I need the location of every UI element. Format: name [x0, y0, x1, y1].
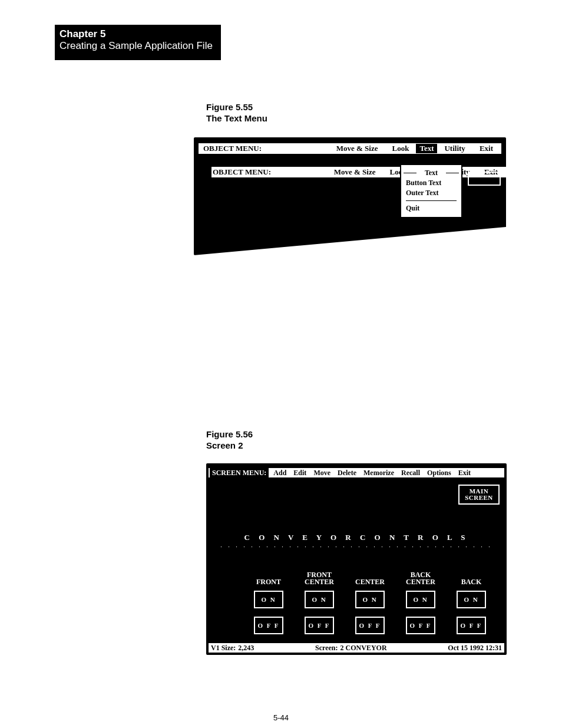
screen-menu-add[interactable]: Add [270, 469, 290, 477]
back-center-on-button[interactable]: O N [406, 591, 435, 608]
status-center-label: Screen: [315, 644, 340, 653]
column-center: CENTER O N O F F [350, 568, 390, 643]
conveyor-heading: C O N V E Y O R C O N T R O L S [206, 533, 507, 542]
status-left-value: 2,243 [238, 644, 254, 653]
figure56-number: Figure 5.56 [206, 429, 253, 440]
object-menu-label: OBJECT MENU: [200, 144, 265, 153]
front-center-on-button[interactable]: O N [305, 591, 334, 608]
screen-menu-delete[interactable]: Delete [334, 469, 360, 477]
front-center-off-button[interactable]: O F F [305, 617, 334, 634]
text-option-button-text[interactable]: Button Text [406, 178, 457, 188]
main-screen-button[interactable]: MAIN SCREEN [458, 485, 500, 505]
page-number: 5-44 [0, 713, 562, 722]
conveyor-columns: FRONT O N O F F FRONT CENTER O N O F F C… [249, 568, 491, 643]
figure56-caption: Figure 5.56 Screen 2 [206, 429, 253, 452]
back-center-off-button[interactable]: O F F [406, 617, 435, 634]
chapter-title: Creating a Sample Application File [59, 40, 216, 52]
figure55: OBJECT MENU: Move & Size Look Text Utili… [194, 137, 506, 261]
screen-menu-edit[interactable]: Edit [290, 469, 310, 477]
screen-menu-bar: SCREEN MENU: Add Edit Move Delete Memori… [209, 468, 504, 477]
chapter-number: Chapter 5 [59, 28, 216, 40]
column-back: BACK O N O F F [451, 568, 491, 643]
figure56: SCREEN MENU: Add Edit Move Delete Memori… [206, 463, 507, 655]
chapter-header: Chapter 5 Creating a Sample Application … [55, 25, 221, 60]
column-front-center-header: FRONT CENTER [305, 568, 334, 586]
main-screen-line2: SCREEN [465, 495, 493, 501]
object-menu-bar-1: OBJECT MENU: Move & Size Look Text Utili… [199, 143, 501, 154]
figure55-caption: Figure 5.55 The Text Menu [206, 102, 267, 124]
conveyor-heading-dots: · · · · · · · · · · · · · · · · · · · · … [206, 543, 507, 550]
status-center-value: 2 CONVEYOR [340, 644, 387, 653]
figure55-window: OBJECT MENU: Move & Size Look Text Utili… [194, 137, 506, 255]
column-back-center-header: BACK CENTER [406, 568, 435, 586]
menu-text[interactable]: Text [416, 144, 437, 153]
text-option-outer-text[interactable]: Outer Text [406, 188, 457, 198]
menu-utility[interactable]: Utility [437, 144, 472, 153]
screen-menu-memorize[interactable]: Memorize [360, 469, 398, 477]
menu-exit[interactable]: Exit [472, 144, 500, 153]
text-option-quit[interactable]: Quit [406, 203, 457, 213]
status-right: Oct 15 1992 12:31 [448, 644, 502, 653]
text-dropdown: Text Button Text Outer Text Quit [400, 164, 462, 218]
screen-menu-options[interactable]: Options [424, 469, 455, 477]
figure55-title: The Text Menu [206, 113, 267, 124]
side-empty-button[interactable] [468, 172, 501, 186]
front-on-button[interactable]: O N [254, 591, 283, 608]
screen-menu-recall[interactable]: Recall [398, 469, 424, 477]
menu-look[interactable]: Look [385, 144, 416, 153]
screen-menu-exit[interactable]: Exit [455, 469, 474, 477]
figure55-number: Figure 5.55 [206, 102, 267, 113]
center-off-button[interactable]: O F F [355, 617, 385, 634]
object-menu-label-2: OBJECT MENU: [213, 167, 271, 177]
screen-menu-label: SCREEN MENU: [210, 468, 269, 478]
back-off-button[interactable]: O F F [457, 617, 486, 634]
status-left-label: V1 Size: [211, 644, 238, 653]
column-center-header: CENTER [355, 568, 385, 586]
column-back-center: BACK CENTER O N O F F [401, 568, 441, 643]
text-dropdown-divider [406, 200, 457, 201]
screen-menu-move[interactable]: Move [310, 469, 334, 477]
text-dropdown-title: Text [406, 169, 457, 177]
back-on-button[interactable]: O N [457, 591, 486, 608]
figure56-title: Screen 2 [206, 440, 253, 452]
center-on-button[interactable]: O N [355, 591, 385, 608]
column-back-header: BACK [461, 568, 482, 586]
column-front: FRONT O N O F F [249, 568, 289, 643]
column-front-center: FRONT CENTER O N O F F [299, 568, 339, 643]
menu2-move-size[interactable]: Move & Size [327, 167, 383, 177]
status-bar: V1 Size: 2,243 Screen: 2 CONVEYOR Oct 15… [209, 643, 504, 653]
menu-move-size[interactable]: Move & Size [329, 144, 385, 153]
front-off-button[interactable]: O F F [254, 617, 283, 634]
column-front-header: FRONT [256, 568, 281, 586]
